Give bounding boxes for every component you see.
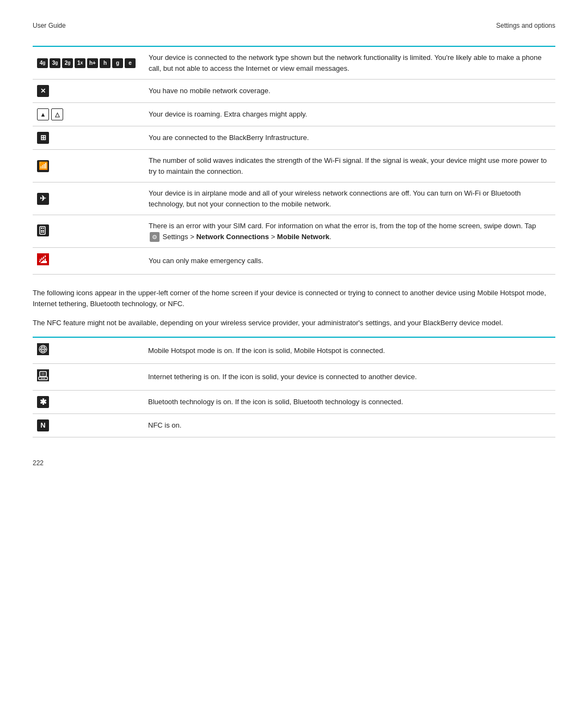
bb-infra-description: You are connected to the BlackBerry Infr…	[142, 126, 555, 150]
hplus-icon: h+	[87, 58, 98, 68]
table-row: ⊞ You are connected to the BlackBerry In…	[33, 126, 555, 150]
bluetooth-icon: ✱	[37, 396, 49, 408]
header-right: Settings and options	[496, 22, 555, 29]
table-row: You can only make emergency calls.	[33, 248, 555, 275]
nfc-icon: N	[37, 419, 49, 431]
table-row: There is an error with your SIM card. Fo…	[33, 215, 555, 248]
svg-rect-3	[41, 228, 42, 229]
bb-infra-icon: ⊞	[37, 132, 49, 144]
sim-error-description: There is an error with your SIM card. Fo…	[142, 215, 555, 248]
4g-icon: 4g	[37, 58, 48, 68]
table-row: 📶 The number of solid waves indicates th…	[33, 150, 555, 182]
network-icons-table: 4g 3g 2g 1x h+ h g e Your device is conn…	[33, 47, 555, 275]
3g-icon: 3g	[50, 58, 60, 68]
2g-icon: 2g	[62, 58, 73, 68]
tethering-description: Internet tethering is on. If the icon is…	[142, 364, 555, 391]
g-icon: g	[112, 58, 123, 68]
svg-point-29	[42, 378, 44, 379]
roaming-description: Your device is roaming. Extra charges mi…	[142, 103, 555, 126]
svg-point-28	[41, 378, 42, 379]
wifi-description: The number of solid waves indicates the …	[142, 150, 555, 182]
svg-rect-10	[42, 261, 44, 263]
roaming-icon-1: ▲	[37, 108, 49, 120]
tethering-icon	[37, 369, 49, 381]
no-coverage-icon: ✕	[37, 85, 49, 97]
table-row: ✕ You have no mobile network coverage.	[33, 80, 555, 103]
settings-gear-icon: ⚙	[150, 232, 160, 242]
airplane-icon: ✈	[37, 193, 49, 205]
table-row: ▲ △ Your device is roaming. Extra charge…	[33, 103, 555, 126]
page-number: 222	[33, 459, 555, 467]
roaming-icon-2: △	[51, 108, 63, 120]
table-row: ✈ Your device is in airplane mode and al…	[33, 182, 555, 215]
1x-icon: 1x	[75, 58, 85, 68]
roaming-icons: ▲ △	[37, 108, 136, 120]
table-row: ✱ Bluetooth technology is on. If the ico…	[33, 390, 555, 413]
h-icon: h	[100, 58, 111, 68]
paragraph1: The following icons appear in the upper-…	[33, 288, 555, 311]
emergency-description: You can only make emergency calls.	[142, 248, 555, 275]
table-row: 4g 3g 2g 1x h+ h g e Your device is conn…	[33, 47, 555, 80]
nfc-description: NFC is on.	[142, 413, 555, 437]
hotspot-description: Mobile Hotspot mode is on. If the icon i…	[142, 338, 555, 364]
table-row: Internet tethering is on. If the icon is…	[33, 364, 555, 391]
network-type-icons: 4g 3g 2g 1x h+ h g e	[37, 58, 136, 68]
header-left: User Guide	[33, 22, 66, 29]
wifi-icon: 📶	[37, 160, 49, 172]
emergency-icon	[37, 253, 49, 265]
svg-rect-12	[40, 259, 41, 261]
table-row: N NFC is on.	[33, 413, 555, 437]
network-types-description: Your device is connected to the network …	[142, 47, 555, 80]
svg-point-30	[44, 378, 45, 379]
table-row: Mobile Hotspot mode is on. If the icon i…	[33, 338, 555, 364]
svg-rect-4	[43, 228, 44, 229]
no-coverage-description: You have no mobile network coverage.	[142, 80, 555, 103]
connection-icons-table: Mobile Hotspot mode is on. If the icon i…	[33, 338, 555, 437]
airplane-description: Your device is in airplane mode and all …	[142, 182, 555, 215]
sim-error-icon	[37, 224, 49, 236]
svg-rect-27	[41, 373, 45, 375]
hotspot-icon	[37, 343, 49, 355]
e-icon: e	[125, 58, 136, 68]
svg-rect-11	[46, 261, 47, 263]
bluetooth-description: Bluetooth technology is on. If the icon …	[142, 390, 555, 413]
paragraph2: The NFC feature might not be available, …	[33, 318, 555, 329]
